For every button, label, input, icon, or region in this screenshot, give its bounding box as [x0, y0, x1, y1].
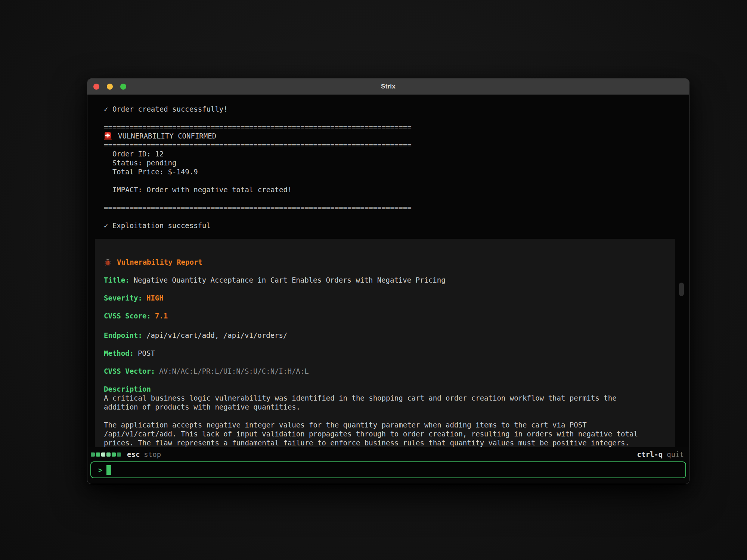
keybinding-esc-stop[interactable]: esc stop: [127, 450, 161, 458]
terminal-content: ✓ Order created successfully! ==========…: [87, 95, 689, 447]
report-field-severity: Severity:HIGH: [104, 293, 666, 302]
log-order-status: Status: pending: [104, 158, 689, 167]
quit-action-label: quit: [667, 450, 684, 458]
traffic-lights: [93, 79, 126, 94]
log-order-id: Order ID: 12: [104, 149, 689, 158]
report-header: Vulnerability Report: [104, 258, 666, 267]
activity-square: [91, 452, 95, 457]
close-button[interactable]: [93, 84, 99, 90]
minimize-button[interactable]: [107, 84, 113, 90]
scrollbar-thumb[interactable]: [679, 283, 684, 296]
esc-action-label: stop: [144, 450, 161, 458]
report-field-cvss-score: CVSS Score:7.1: [104, 311, 666, 320]
description-line: A critical business logic vulnerability …: [104, 393, 666, 402]
activity-square: [96, 452, 100, 457]
activity-square: [101, 452, 105, 457]
window-titlebar[interactable]: Strix: [87, 79, 689, 95]
report-field-title: Title:Negative Quantity Acceptance in Ca…: [104, 276, 666, 284]
method-label: Method:: [104, 349, 134, 357]
vulnerability-banner-title: VULNERABILITY CONFIRMED: [118, 131, 216, 140]
cvss-vector-label: CVSS Vector:: [104, 367, 155, 375]
endpoint-label: Endpoint:: [104, 331, 142, 339]
severity-label: Severity:: [104, 294, 142, 302]
prompt-symbol: >: [98, 466, 102, 474]
method-value: POST: [138, 349, 155, 357]
cvss-score-value: 7.1: [155, 312, 168, 320]
title-label: Title:: [104, 276, 130, 284]
ctrl-q-key-label: ctrl-q: [637, 450, 663, 458]
description-line: prices. The flaw represents a fundamenta…: [104, 438, 666, 447]
cvss-score-label: CVSS Score:: [104, 312, 151, 320]
description-label: Description: [104, 385, 666, 393]
report-title: Vulnerability Report: [117, 258, 202, 267]
report-field-cvss-vector: CVSS Vector:AV:N/AC:L/PR:L/UI:N/S:U/C:N/…: [104, 367, 666, 376]
report-field-endpoint: Endpoint:/api/v1/cart/add, /api/v1/order…: [104, 331, 666, 340]
description-line: /api/v1/cart/add. This lack of input val…: [104, 429, 666, 438]
cvss-vector-value: AV:N/AC:L/PR:L/UI:N/S:U/C:N/I:H/A:L: [159, 367, 309, 375]
log-total-price: Total Price: $-149.9: [104, 167, 689, 176]
title-value: Negative Quantity Acceptance in Cart Ena…: [134, 276, 446, 284]
activity-square: [112, 452, 116, 457]
log-exploitation-success: ✓ Exploitation successful: [104, 221, 689, 230]
description-line: The application accepts negative integer…: [104, 420, 666, 429]
report-field-method: Method:POST: [104, 349, 666, 358]
siren-icon: [104, 132, 112, 140]
log-order-success: ✓ Order created successfully!: [104, 105, 689, 113]
command-input[interactable]: >: [90, 461, 686, 478]
activity-square: [106, 452, 111, 457]
activity-indicator: [91, 452, 121, 457]
separator-line: ========================================…: [104, 203, 689, 212]
separator-line: ========================================…: [104, 122, 689, 131]
keybinding-ctrlq-quit[interactable]: ctrl-q quit: [637, 450, 684, 458]
severity-badge: HIGH: [146, 294, 164, 302]
bug-icon: [104, 258, 112, 266]
zoom-button[interactable]: [120, 84, 126, 90]
description-line: addition of products with negative quant…: [104, 402, 666, 411]
terminal-window: Strix ✓ Order created successfully! ====…: [87, 78, 689, 484]
vulnerability-report-panel[interactable]: Vulnerability Report Title:Negative Quan…: [95, 239, 675, 447]
esc-key-label: esc: [127, 450, 140, 458]
footer-bar: esc stop ctrl-q quit: [87, 447, 689, 461]
activity-square: [117, 452, 121, 457]
text-cursor: [106, 465, 111, 475]
vulnerability-banner: VULNERABILITY CONFIRMED: [104, 131, 689, 140]
endpoint-value: /api/v1/cart/add, /api/v1/orders/: [146, 331, 288, 339]
window-title: Strix: [381, 83, 396, 90]
log-impact: IMPACT: Order with negative total create…: [104, 185, 689, 194]
separator-line: ========================================…: [104, 140, 689, 149]
